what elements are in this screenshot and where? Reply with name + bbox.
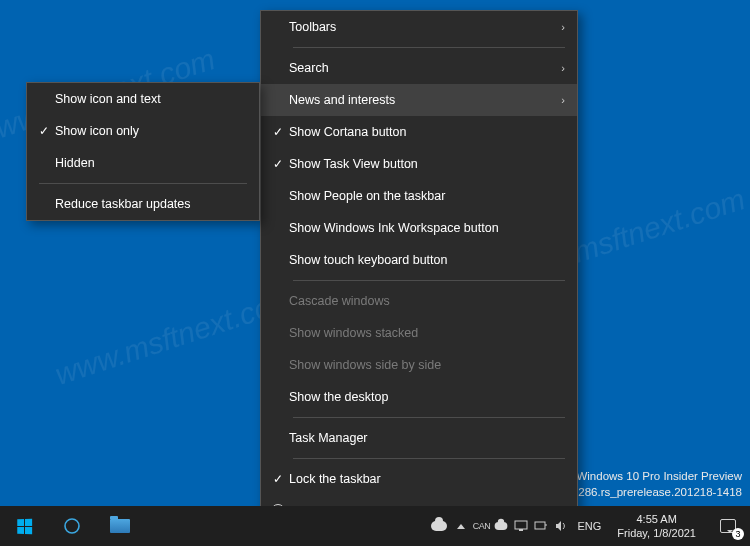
news-submenu-separator xyxy=(39,183,247,184)
taskbar-menu-separator xyxy=(293,47,565,48)
clock-date: Friday, 1/8/2021 xyxy=(617,526,696,540)
chevron-right-icon: › xyxy=(551,94,565,106)
onedrive-icon[interactable] xyxy=(491,506,511,546)
svg-rect-2 xyxy=(519,529,523,531)
chevron-right-icon: › xyxy=(551,62,565,74)
news-interests-submenu: Show icon and text✓Show icon onlyHiddenR… xyxy=(26,82,260,221)
taskbar-menu-separator xyxy=(293,280,565,281)
action-center-button[interactable]: 3 xyxy=(706,506,750,546)
news-submenu-item-hidden[interactable]: Hidden xyxy=(27,147,259,179)
taskbar-menu-item-show-people-on-the-taskbar[interactable]: Show People on the taskbar xyxy=(261,180,577,212)
check-icon: ✓ xyxy=(33,124,55,138)
taskbar-menu-item-task-manager[interactable]: Task Manager xyxy=(261,422,577,454)
cortana-button[interactable] xyxy=(48,506,96,546)
taskbar: CAN ENG 4:55 AM Friday, 1/8/2021 3 xyxy=(0,506,750,546)
windows-logo-icon xyxy=(17,518,32,533)
menu-item-label: Hidden xyxy=(55,156,247,170)
taskbar-menu-item-show-touch-keyboard-button[interactable]: Show touch keyboard button xyxy=(261,244,577,276)
network-icon[interactable] xyxy=(531,506,551,546)
system-tray: CAN ENG 4:55 AM Friday, 1/8/2021 3 xyxy=(427,506,750,546)
vm-tools-icon[interactable] xyxy=(511,506,531,546)
file-explorer-button[interactable] xyxy=(96,506,144,546)
menu-item-label: Show icon only xyxy=(55,124,247,138)
menu-item-label: Show windows stacked xyxy=(289,326,565,340)
menu-item-label: Show Cortana button xyxy=(289,125,565,139)
news-submenu-item-show-icon-and-text[interactable]: Show icon and text xyxy=(27,83,259,115)
taskbar-menu-item-show-windows-stacked: Show windows stacked xyxy=(261,317,577,349)
file-explorer-icon xyxy=(110,519,130,533)
news-submenu-item-show-icon-only[interactable]: ✓Show icon only xyxy=(27,115,259,147)
menu-item-label: Show Windows Ink Workspace button xyxy=(289,221,565,235)
chevron-right-icon: › xyxy=(551,21,565,33)
clock-time: 4:55 AM xyxy=(617,512,696,526)
volume-icon[interactable] xyxy=(551,506,571,546)
taskbar-menu-item-show-windows-side-by-side: Show windows side by side xyxy=(261,349,577,381)
menu-item-label: Lock the taskbar xyxy=(289,472,565,486)
taskbar-menu-item-toolbars[interactable]: Toolbars› xyxy=(261,11,577,43)
taskbar-context-menu: Toolbars›Search›News and interests›✓Show… xyxy=(260,10,578,528)
input-language-indicator[interactable]: ENG xyxy=(571,520,607,532)
taskbar-menu-item-search[interactable]: Search› xyxy=(261,52,577,84)
taskbar-menu-item-show-cortana-button[interactable]: ✓Show Cortana button xyxy=(261,116,577,148)
svg-point-0 xyxy=(65,519,79,533)
notification-badge: 3 xyxy=(732,528,744,540)
menu-item-label: News and interests xyxy=(289,93,551,107)
menu-item-label: Show icon and text xyxy=(55,92,247,106)
news-submenu-item-reduce-taskbar-updates[interactable]: Reduce taskbar updates xyxy=(27,188,259,220)
tray-overflow-button[interactable] xyxy=(451,506,471,546)
taskbar-menu-item-show-task-view-button[interactable]: ✓Show Task View button xyxy=(261,148,577,180)
svg-rect-1 xyxy=(515,521,527,529)
svg-rect-3 xyxy=(535,522,545,529)
taskbar-menu-separator xyxy=(293,417,565,418)
menu-item-label: Cascade windows xyxy=(289,294,565,308)
taskbar-clock[interactable]: 4:55 AM Friday, 1/8/2021 xyxy=(607,512,706,540)
check-icon: ✓ xyxy=(267,472,289,486)
taskbar-menu-item-lock-the-taskbar[interactable]: ✓Lock the taskbar xyxy=(261,463,577,495)
taskbar-menu-item-show-windows-ink-workspace-button[interactable]: Show Windows Ink Workspace button xyxy=(261,212,577,244)
check-icon: ✓ xyxy=(267,157,289,171)
taskbar-menu-separator xyxy=(293,458,565,459)
menu-item-label: Search xyxy=(289,61,551,75)
taskbar-menu-item-news-and-interests[interactable]: News and interests› xyxy=(261,84,577,116)
menu-item-label: Reduce taskbar updates xyxy=(55,197,247,211)
menu-item-label: Show Task View button xyxy=(289,157,565,171)
taskbar-menu-item-show-the-desktop[interactable]: Show the desktop xyxy=(261,381,577,413)
menu-item-label: Toolbars xyxy=(289,20,551,34)
taskbar-menu-item-cascade-windows: Cascade windows xyxy=(261,285,577,317)
check-icon: ✓ xyxy=(267,125,289,139)
start-button[interactable] xyxy=(0,506,48,546)
keyboard-layout-icon[interactable]: CAN xyxy=(471,506,491,546)
weather-widget-icon[interactable] xyxy=(427,506,451,546)
menu-item-label: Task Manager xyxy=(289,431,565,445)
menu-item-label: Show touch keyboard button xyxy=(289,253,565,267)
menu-item-label: Show windows side by side xyxy=(289,358,565,372)
menu-item-label: Show People on the taskbar xyxy=(289,189,565,203)
menu-item-label: Show the desktop xyxy=(289,390,565,404)
chevron-up-icon xyxy=(457,524,465,529)
